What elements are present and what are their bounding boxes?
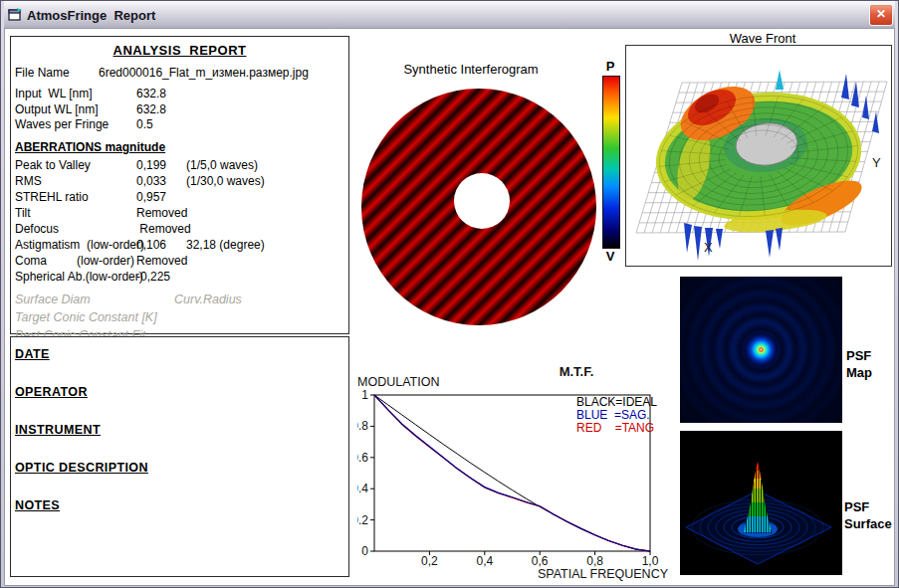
report-row: Input WL [nm]632.8 bbox=[11, 87, 348, 102]
interferogram-title: Synthetic Interferogram bbox=[332, 62, 610, 77]
report-row: TiltRemoved bbox=[11, 205, 348, 221]
svg-text:1: 1 bbox=[361, 388, 368, 402]
wavefront-surface: Y X bbox=[626, 46, 891, 266]
svg-text:BLUE =SAG.: BLUE =SAG. bbox=[576, 408, 650, 422]
aberrations-header: ABERRATIONS magnitude bbox=[11, 140, 348, 154]
svg-text:0,2: 0,2 bbox=[421, 554, 438, 568]
report-row: Defocus Removed bbox=[11, 221, 348, 237]
close-icon: ✕ bbox=[876, 7, 886, 21]
svg-text:0.8: 0.8 bbox=[357, 419, 368, 433]
report-form-panel: DATEOPERATORINSTRUMENTOPTIC DESCRIPTIONN… bbox=[10, 336, 349, 577]
report-row: Astigmatism (low-order)0,10632,18 (degre… bbox=[11, 237, 348, 253]
colorbar-valley-label: V bbox=[598, 249, 622, 264]
mtf-x-axis-label: SPATIAL FREQUENCY bbox=[538, 567, 669, 581]
svg-text:0,6: 0,6 bbox=[532, 554, 549, 568]
svg-text:0.2: 0.2 bbox=[357, 513, 368, 527]
svg-text:0.6: 0.6 bbox=[357, 451, 368, 465]
mtf-chart: M.T.F. MODULATION 10.80.60.40.20 0,20,40… bbox=[357, 362, 678, 585]
interferogram-image bbox=[361, 89, 596, 325]
wavefront-plot: Y X bbox=[625, 45, 892, 267]
colorbar-peak-label: P bbox=[598, 59, 622, 74]
mtf-title: M.T.F. bbox=[560, 364, 594, 379]
analysis-report-title: ANALYSIS REPORT bbox=[11, 43, 348, 58]
svg-text:0.4: 0.4 bbox=[357, 482, 368, 495]
report-row: File Name6red000016_Flat_m_измен.размер.… bbox=[11, 66, 348, 82]
psf-surface-label: PSF Surface bbox=[844, 498, 892, 532]
psf-surface-image bbox=[680, 431, 842, 575]
wavefront-title: Wave Front bbox=[663, 31, 862, 46]
report-info-rows: File Name6red000016_Flat_m_измен.размер.… bbox=[11, 66, 348, 133]
window-title: AtmosFringe Report bbox=[27, 8, 865, 23]
form-field-instrument: INSTRUMENT bbox=[15, 423, 348, 437]
form-field-operator: OPERATOR bbox=[15, 385, 348, 399]
analysis-report-panel: ANALYSIS REPORT File Name6red000016_Flat… bbox=[10, 36, 349, 334]
disabled-report-row: Surface DiamCurv.Radius bbox=[11, 291, 348, 308]
report-page: ANALYSIS REPORT File Name6red000016_Flat… bbox=[4, 29, 895, 586]
svg-text:0,4: 0,4 bbox=[476, 554, 493, 568]
svg-text:RED =TANG: RED =TANG bbox=[576, 421, 654, 435]
app-icon bbox=[7, 7, 23, 23]
report-row: Output WL [nm]632.8 bbox=[11, 102, 348, 118]
aberration-rows: Peak to Valley0,199(1/5,0 waves)RMS0,033… bbox=[11, 157, 348, 285]
svg-text:0: 0 bbox=[361, 544, 368, 558]
titlebar: AtmosFringe Report ✕ bbox=[4, 1, 895, 29]
mtf-y-axis-label: MODULATION bbox=[357, 375, 439, 389]
psf-map-image bbox=[680, 277, 842, 423]
close-button[interactable]: ✕ bbox=[869, 4, 893, 26]
interferogram-hole bbox=[454, 173, 510, 229]
report-row: Coma (low-order)Removed bbox=[11, 253, 348, 269]
app-window: AtmosFringe Report ✕ ANALYSIS REPORT Fil… bbox=[0, 0, 899, 588]
svg-text:BLACK=IDEAL: BLACK=IDEAL bbox=[576, 395, 657, 409]
svg-text:0,8: 0,8 bbox=[586, 554, 603, 568]
form-field-optic-description: OPTIC DESCRIPTION bbox=[15, 461, 348, 475]
psf-map-label: PSF Map bbox=[846, 347, 872, 381]
report-row: Peak to Valley0,199(1/5,0 waves) bbox=[11, 157, 348, 173]
wavefront-y-axis-label: Y bbox=[872, 155, 881, 170]
form-field-notes: NOTES bbox=[15, 498, 348, 512]
wavefront-colorbar bbox=[602, 76, 620, 249]
report-row: STREHL ratio0,957 bbox=[11, 189, 348, 205]
report-row: RMS0,033(1/30,0 waves) bbox=[11, 173, 348, 189]
svg-text:1,0: 1,0 bbox=[642, 554, 659, 568]
wavefront-x-axis-label: X bbox=[704, 240, 713, 255]
report-row: Waves per Fringe0.5 bbox=[11, 117, 348, 133]
form-field-date: DATE bbox=[15, 347, 348, 361]
report-row: Spherical Ab.(low-order)-0,225 bbox=[11, 269, 348, 285]
disabled-report-row: Target Conic Constant [K] bbox=[11, 308, 348, 326]
